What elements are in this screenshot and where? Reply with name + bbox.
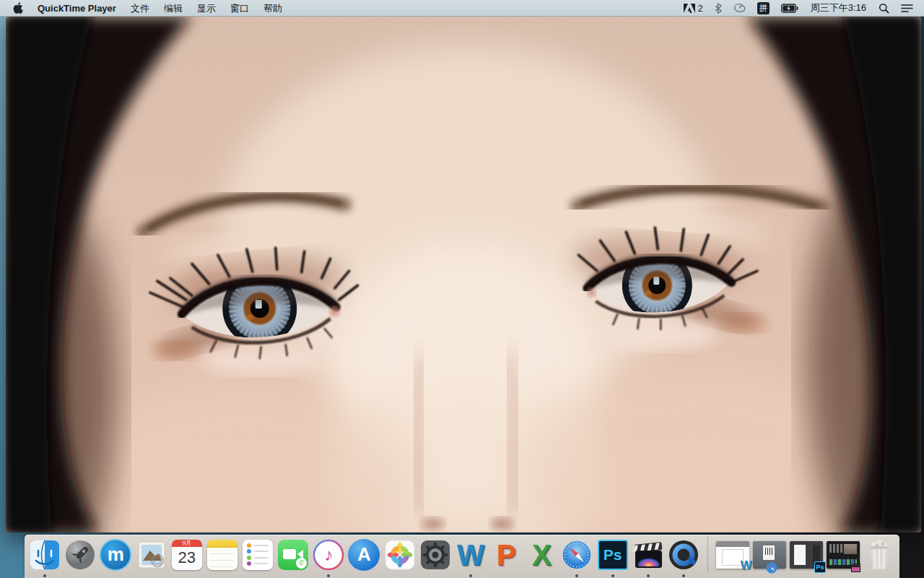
spotlight-search-icon xyxy=(879,3,889,14)
safari-icon xyxy=(561,539,593,571)
finalcut-badge-icon xyxy=(850,563,861,573)
word-window-thumbnail: W xyxy=(716,541,749,569)
dock-minimized-photoshop-window[interactable]: Ps xyxy=(790,538,823,571)
adobe-icon xyxy=(684,3,695,14)
dock-finder[interactable] xyxy=(29,538,61,571)
menu-bar: QuickTime Player 文件 编辑 显示 窗口 帮助 2 拼 周 xyxy=(0,0,924,17)
dock-notes[interactable] xyxy=(206,538,238,571)
menu-edit[interactable]: 编辑 xyxy=(157,0,190,17)
dock: m 9月 23 ✆ xyxy=(25,535,899,578)
dock-excel[interactable]: X xyxy=(526,538,557,571)
dock-mail[interactable] xyxy=(135,538,167,571)
dock-launchpad[interactable] xyxy=(64,538,96,571)
menu-help[interactable]: 帮助 xyxy=(256,0,289,17)
dock-appstore[interactable]: A xyxy=(348,538,380,571)
mail-icon xyxy=(136,539,167,571)
dock-finalcut[interactable] xyxy=(632,538,664,571)
dock-divider xyxy=(707,535,708,571)
pinyin-input-icon: 拼 xyxy=(757,2,770,14)
swirl-icon xyxy=(733,3,746,14)
dock-reminders[interactable] xyxy=(242,538,274,571)
dock-quicktime[interactable] xyxy=(668,538,699,571)
dock-safari[interactable] xyxy=(561,538,593,571)
adobe-status-item[interactable]: 2 xyxy=(680,0,706,17)
finalcut-window-thumbnail xyxy=(827,541,860,569)
finder-icon xyxy=(29,539,61,571)
finalcut-icon xyxy=(632,539,664,571)
photoshop-badge: Ps xyxy=(814,561,826,573)
facetime-icon: ✆ xyxy=(278,540,308,570)
dock-facetime[interactable]: ✆ xyxy=(277,538,309,571)
dock-itunes[interactable]: ♪ xyxy=(313,538,344,571)
trash-full-icon xyxy=(863,539,895,571)
notes-icon xyxy=(207,540,237,570)
apple-menu-icon[interactable] xyxy=(7,2,30,14)
notification-center-icon xyxy=(901,4,913,13)
itunes-icon: ♪ xyxy=(313,539,344,571)
dock-minimized-finalcut-window[interactable] xyxy=(827,538,860,571)
calendar-icon: 9月 23 xyxy=(172,540,202,570)
dock-photos[interactable] xyxy=(384,538,416,571)
photoshop-icon: Ps xyxy=(598,540,628,570)
active-app-name[interactable]: QuickTime Player xyxy=(30,3,123,14)
notification-center-status-item[interactable] xyxy=(897,0,917,17)
safari-window-thumbnail xyxy=(753,541,786,569)
quicktime-icon xyxy=(668,539,699,571)
dock-word[interactable]: W xyxy=(455,538,487,571)
video-frame-face-closeup xyxy=(6,17,921,532)
excel-icon: X xyxy=(532,539,552,571)
dock-minimized-word-window[interactable]: W xyxy=(716,538,749,571)
svg-text:♪: ♪ xyxy=(324,545,333,564)
adobe-badge-count: 2 xyxy=(697,3,702,14)
calendar-month: 9月 xyxy=(172,540,202,547)
quicktime-video-window[interactable] xyxy=(6,17,921,532)
photos-icon xyxy=(384,539,416,571)
dock-trash[interactable] xyxy=(863,538,895,571)
menu-view[interactable]: 显示 xyxy=(190,0,223,17)
word-badge: W xyxy=(741,558,752,573)
reminders-icon xyxy=(243,540,273,570)
input-method-status-item[interactable]: 拼 xyxy=(754,0,773,17)
spotlight-status-item[interactable] xyxy=(875,0,893,17)
dock-photoshop[interactable]: Ps xyxy=(596,538,628,571)
dock-minimized-safari-window[interactable] xyxy=(753,538,786,571)
appstore-icon: A xyxy=(348,539,380,571)
menu-window[interactable]: 窗口 xyxy=(223,0,256,17)
photoshop-window-thumbnail: Ps xyxy=(790,541,823,569)
dock-maxthon[interactable]: m xyxy=(100,538,131,571)
powerpoint-icon: P xyxy=(497,539,516,571)
maxthon-icon: m xyxy=(100,539,131,571)
battery-charging-icon xyxy=(781,4,798,13)
battery-status-item[interactable] xyxy=(777,0,802,17)
bluetooth-icon xyxy=(715,3,722,14)
menu-bar-clock[interactable]: 周三下午3:16 xyxy=(806,1,871,14)
bluetooth-status-item[interactable] xyxy=(711,0,725,17)
word-icon: W xyxy=(457,539,484,571)
dock-system-preferences[interactable] xyxy=(419,538,451,571)
swirl-status-item[interactable] xyxy=(730,0,749,17)
dock-calendar[interactable]: 9月 23 xyxy=(171,538,203,571)
calendar-day: 23 xyxy=(172,547,202,569)
safari-badge-icon xyxy=(766,562,777,574)
launchpad-icon xyxy=(64,539,96,571)
system-preferences-icon xyxy=(419,539,451,571)
dock-powerpoint[interactable]: P xyxy=(490,538,522,571)
menu-file[interactable]: 文件 xyxy=(123,0,157,17)
